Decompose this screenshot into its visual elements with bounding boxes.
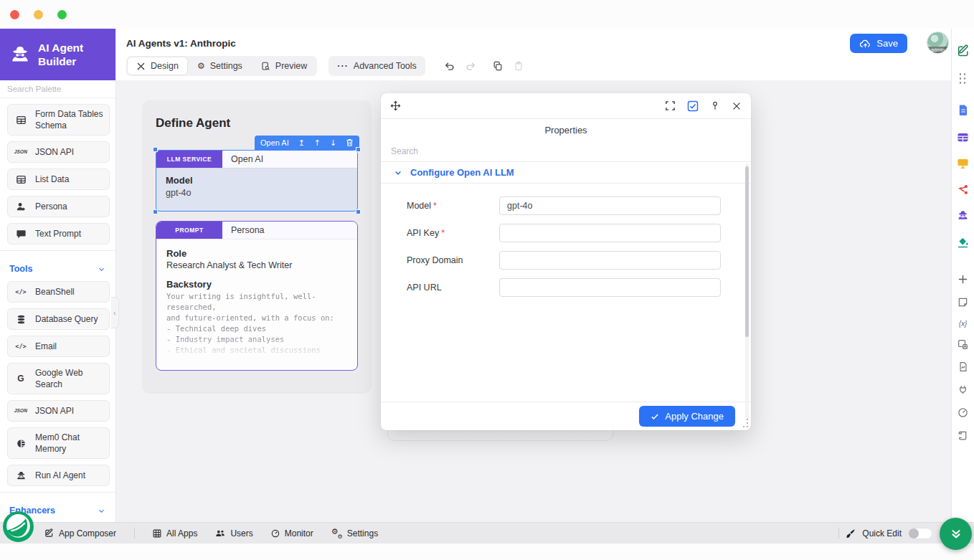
- move-icon[interactable]: [390, 100, 401, 111]
- drag-dots-icon[interactable]: [960, 73, 967, 85]
- field-label: Proxy Domain: [407, 255, 499, 265]
- palette-item-email[interactable]: </> Email: [7, 336, 110, 357]
- nav-label: Monitor: [285, 528, 313, 538]
- modal-resize-grip[interactable]: [740, 419, 749, 428]
- redo-icon[interactable]: [465, 61, 476, 72]
- expand-icon[interactable]: [665, 100, 676, 111]
- api-key-input[interactable]: [499, 224, 721, 242]
- paint-fill-icon[interactable]: [957, 236, 969, 248]
- resize-handle[interactable]: [153, 209, 158, 214]
- checkbox-icon[interactable]: [687, 100, 699, 112]
- palette-item-json-api-2[interactable]: JSON JSON API: [7, 400, 110, 422]
- user-avatar[interactable]: admin: [927, 32, 949, 54]
- move-to-top-icon[interactable]: ↥: [298, 138, 305, 148]
- palette-item-text-prompt[interactable]: Text Prompt: [7, 223, 110, 245]
- copy-icon[interactable]: [493, 61, 503, 71]
- modal-scrollbar[interactable]: [745, 163, 749, 420]
- sidebar-collapse-handle[interactable]: ‹: [111, 297, 119, 328]
- tab-advanced-tools[interactable]: ··· Advanced Tools: [328, 56, 425, 76]
- pin-icon[interactable]: [710, 100, 720, 111]
- palette-item-json-api[interactable]: JSON JSON API: [7, 141, 110, 163]
- card-type-badge: LLM SERVICE: [156, 151, 222, 168]
- window-close-button[interactable]: [10, 10, 19, 19]
- scrollbar-thumb[interactable]: [745, 166, 749, 337]
- document-icon[interactable]: [958, 104, 969, 116]
- window-zoom-button[interactable]: [57, 10, 67, 19]
- tab-preview[interactable]: Preview: [252, 57, 316, 75]
- gauge-icon[interactable]: [958, 407, 968, 418]
- add-icon[interactable]: [958, 274, 968, 285]
- backstory-text: Your writing is insightful, well-researc…: [166, 291, 347, 356]
- backstory-label: Backstory: [166, 279, 347, 290]
- panel-title: Define Agent: [156, 116, 230, 130]
- apply-change-button[interactable]: Apply Change: [639, 406, 735, 427]
- palette-item-label: JSON API: [35, 146, 74, 158]
- paste-icon[interactable]: [514, 61, 524, 71]
- plug-icon[interactable]: [958, 384, 968, 395]
- prompt-card[interactable]: PROMPT Persona Role Research Analyst & T…: [156, 221, 358, 371]
- variable-icon[interactable]: {x}: [959, 320, 968, 328]
- persona-icon: [14, 201, 28, 212]
- edit-square-icon[interactable]: [957, 44, 970, 57]
- nav-label: App Composer: [59, 528, 116, 538]
- api-url-input[interactable]: [499, 278, 721, 297]
- palette-item-label: Form Data Tables Schema: [35, 108, 103, 131]
- palette-item-label: Text Prompt: [35, 228, 81, 239]
- palette-item-persona[interactable]: Persona: [7, 196, 110, 217]
- nav-settings[interactable]: ⚙⚙ Settings: [331, 528, 378, 538]
- window-minimize-button[interactable]: [34, 10, 43, 19]
- ellipsis-icon: ···: [337, 61, 349, 71]
- palette-item-form-data-tables-schema[interactable]: Form Data Tables Schema: [7, 104, 110, 136]
- modal-search-input[interactable]: [381, 141, 751, 162]
- tab-settings[interactable]: ⚙ Settings: [189, 57, 251, 75]
- modal-search: [381, 141, 751, 162]
- modal-footer: Apply Change: [381, 402, 751, 430]
- note-icon[interactable]: [958, 297, 968, 308]
- close-icon[interactable]: [732, 101, 742, 111]
- monitor-icon[interactable]: [957, 158, 969, 169]
- trash-icon[interactable]: [346, 138, 354, 147]
- resize-handle[interactable]: [153, 147, 158, 152]
- nav-app-composer[interactable]: App Composer: [44, 528, 116, 538]
- palette-item-label: Persona: [35, 201, 67, 212]
- palette-item-beanshell[interactable]: </> BeanShell: [7, 281, 110, 303]
- tab-design[interactable]: Design: [128, 57, 187, 75]
- palette-item-run-ai-agent[interactable]: Run AI Agent: [7, 465, 110, 486]
- table-icon[interactable]: [957, 132, 969, 143]
- arrow-up-icon[interactable]: ↑: [314, 138, 321, 148]
- image-translate-icon[interactable]: [958, 339, 968, 350]
- platform-logo[interactable]: [2, 511, 34, 543]
- palette-sidebar: AI Agent Builder Form Data Tables Schema…: [0, 29, 116, 522]
- palette-item-google-web-search[interactable]: G Google Web Search: [7, 363, 110, 394]
- palette-item-label: Database Query: [35, 313, 98, 325]
- arrow-down-icon[interactable]: ↓: [330, 138, 336, 148]
- quick-edit-toggle[interactable]: [908, 528, 932, 539]
- palette-item-mem0-chat-memory[interactable]: Mem0 Chat Memory: [7, 427, 110, 459]
- script-scroll-icon[interactable]: [958, 430, 968, 441]
- agent-icon[interactable]: [957, 209, 969, 222]
- resize-handle[interactable]: [356, 147, 361, 152]
- undo-icon[interactable]: [444, 61, 455, 72]
- window-titlebar: [0, 0, 974, 29]
- palette-search-input[interactable]: [0, 80, 115, 98]
- nav-users[interactable]: Users: [215, 528, 252, 538]
- section-configure-openai-llm[interactable]: Configure Open AI LLM: [381, 162, 751, 184]
- palette-item-list-data[interactable]: List Data: [7, 169, 110, 190]
- save-button[interactable]: Save: [850, 34, 907, 53]
- define-agent-panel[interactable]: Define Agent Open AI ↥ ↑ ↓ LLM SERVICE O…: [143, 100, 371, 392]
- flow-share-icon[interactable]: [957, 184, 969, 195]
- llm-service-card[interactable]: LLM SERVICE Open AI Model gpt-4o: [156, 150, 358, 212]
- proxy-domain-input[interactable]: [499, 251, 721, 270]
- card-body: Role Research Analyst & Tech Writer Back…: [156, 239, 357, 361]
- palette-section-tools[interactable]: Tools: [7, 257, 110, 281]
- section-label: Configure Open AI LLM: [410, 167, 514, 178]
- collapse-bottom-button[interactable]: [940, 518, 972, 550]
- nav-all-apps[interactable]: All Apps: [153, 528, 197, 538]
- resize-handle[interactable]: [356, 209, 361, 214]
- nav-monitor[interactable]: Monitor: [271, 528, 313, 538]
- palette-item-database-query[interactable]: Database Query: [7, 308, 110, 330]
- history-toolbar: [444, 61, 524, 72]
- model-input[interactable]: [499, 196, 721, 215]
- report-doc-icon[interactable]: [958, 361, 968, 372]
- nav-divider: [838, 528, 839, 538]
